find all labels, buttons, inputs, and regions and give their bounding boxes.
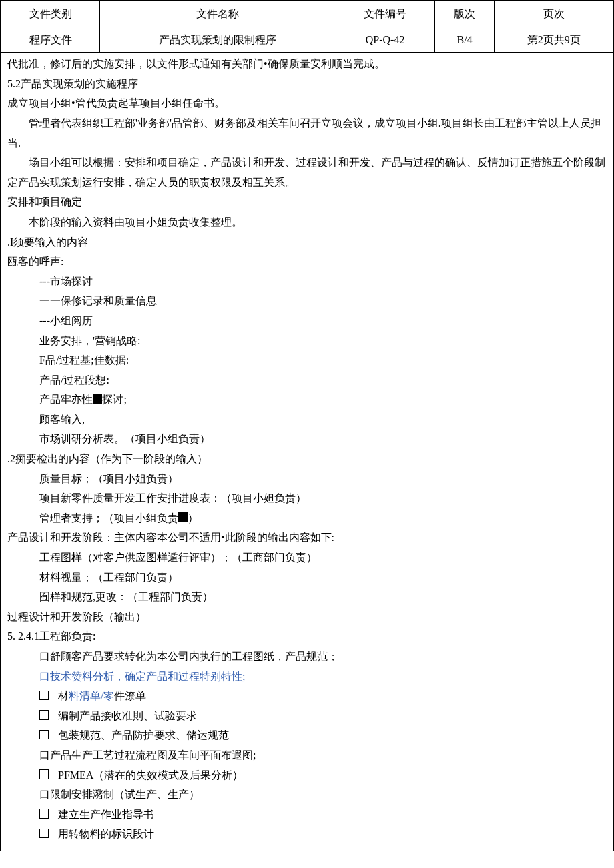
list-item: 业务安排，'营销战略: <box>39 331 607 351</box>
output-title: .2痴要检出的内容（作为下一阶段的输入） <box>7 449 607 469</box>
list-item: 囿样和规范,更改：（工程部门负责） <box>39 587 607 607</box>
checklist: 口舒顾客产品要求转化为本公司内执行的工程图纸，产品规范； 口技术赞料分析，确定产… <box>7 646 607 844</box>
body-content: 代批准，修订后的实施安排，以文件形式通知有关部门•确保质量安利顺当完成。 5.2… <box>1 53 613 851</box>
page-container: 文件类别 文件名称 文件编号 版次 页次 程序文件 产品实现策划的限制程序 QP… <box>0 0 614 851</box>
list-item: F品/过程基;佳数据: <box>39 350 607 370</box>
list-item: ---小组阅历 <box>39 311 607 331</box>
text-span: PFMEA（潜在的失效模式及后果分析） <box>58 769 243 781</box>
list-item: ---市场探讨 <box>39 272 607 292</box>
para-s52-b: 管理者代表组织工程部'业务部'品管部、财务部及相关车间召开立项会议，成立项目小组… <box>7 113 607 153</box>
td-file-type: 程序文件 <box>1 27 100 53</box>
text-span: 建立生产作业指导书 <box>58 809 154 820</box>
output-list: 质量目标；（项目小姐负贵） 项目新零件质量开发工作安排进度表：（项目小妲负贵） … <box>7 469 607 528</box>
header-table: 文件类别 文件名称 文件编号 版次 页次 程序文件 产品实现策划的限制程序 QP… <box>1 1 613 53</box>
list-item: 管理者支持；（项目小组负责） <box>39 508 607 528</box>
checklist-item: 建立生产作业指导书 <box>39 805 607 825</box>
table-row: 文件类别 文件名称 文件编号 版次 页次 <box>1 1 613 27</box>
th-page: 页次 <box>495 1 613 27</box>
list-item: 顾客输入, <box>39 410 607 430</box>
para-s52-c: 场目小组可以根据：安排和项目确定，产品设计和开发、过程设计和开发、产品与过程的确… <box>7 153 607 192</box>
th-file-type: 文件类别 <box>1 1 100 27</box>
checkbox-icon <box>39 809 49 818</box>
td-rev: B/4 <box>434 27 495 53</box>
td-file-no: QP-Q-42 <box>336 27 434 53</box>
text-span: 用转物料的标识段计 <box>58 828 154 839</box>
design-list: 工程图样（对客户供应图样遁行评审）；（工商部门负责） 材料视量；（工程部门负责）… <box>7 548 607 607</box>
list-item: 工程图样（对客户供应图样遁行评审）；（工商部门负责） <box>39 548 607 568</box>
s5241-title: 5. 2.4.1工程部负责: <box>7 626 607 646</box>
para-s52-a: 成立项目小组•管代负责起草项目小组任命书。 <box>7 93 607 113</box>
list-item: 项目新零件质量开发工作安排进度表：（项目小妲负贵） <box>39 488 607 508</box>
th-rev: 版次 <box>434 1 495 27</box>
checkbox-icon <box>39 769 49 779</box>
text-span: 包装规范、产品防护要求、储运规范 <box>58 729 229 741</box>
text-span: 件潦单 <box>114 690 146 701</box>
list-item: 市场训研分析表。（项目小组负责） <box>39 429 607 449</box>
text-span: 管理者支持；（项目小组负责 <box>39 512 178 524</box>
table-row: 程序文件 产品实现策划的限制程序 QP-Q-42 B/4 第2页共9页 <box>1 27 613 53</box>
text-span: 料清单/零 <box>69 690 114 701</box>
td-file-name: 产品实现策划的限制程序 <box>100 27 336 53</box>
design-title: 产品设计和开发阶段：主体内容本公司不适用•此阶段的输出内容如下: <box>7 528 607 548</box>
section-5-2-title: 5.2产品实现策划的实施程序 <box>7 74 607 94</box>
checklist-item: 编制产品接收准則、试验要求 <box>39 706 607 726</box>
checklist-item: 口限制安排潴制（试生产、生产） <box>39 785 607 805</box>
checkbox-icon <box>39 730 49 739</box>
checklist-item: 口舒顾客产品要求转化为本公司内执行的工程图纸，产品规范； <box>39 646 607 667</box>
checklist-item: 用转物料的标识段计 <box>39 824 607 844</box>
list-item: 材料视量；（工程部门负责） <box>39 568 607 588</box>
text-span: 材 <box>58 690 69 701</box>
arrange-title: 安排和项目确定 <box>7 192 607 212</box>
process-title: 过程设计和开发阶段（输出） <box>7 607 607 627</box>
text-span: ） <box>188 512 198 524</box>
list-item: 质量目标；（项目小姐负贵） <box>39 469 607 489</box>
list-item: 产品牢亦性探讨; <box>39 390 607 410</box>
input-title: .I须要输入的内容 <box>7 232 607 252</box>
td-page: 第2页共9页 <box>495 27 613 53</box>
black-square-icon <box>178 512 188 522</box>
checklist-item: 材料清单/零件潦单 <box>39 686 607 706</box>
voice-title: 瓯客的呼声: <box>7 252 607 272</box>
checklist-item: 口产品生产工艺过程流程图及车间平面布遐图; <box>39 745 607 765</box>
th-file-name: 文件名称 <box>100 1 336 27</box>
checklist-item: 口技术赞料分析，确定产品和过程特别特性; <box>39 667 607 687</box>
checkbox-icon <box>39 829 49 838</box>
list-item: 一一保修记录和质量信息 <box>39 291 607 311</box>
text-span: 探讨; <box>102 394 126 405</box>
checklist-item: PFMEA（潜在的失效模式及后果分析） <box>39 765 607 785</box>
checkbox-icon <box>39 710 49 719</box>
th-file-no: 文件编号 <box>336 1 434 27</box>
checkbox-icon <box>39 691 49 700</box>
text-span: 编制产品接收准則、试验要求 <box>58 710 197 721</box>
para-approve: 代批准，修订后的实施安排，以文件形式通知有关部门•确保质量安利顺当完成。 <box>7 54 607 74</box>
voice-list: ---市场探讨 一一保修记录和质量信息 ---小组阅历 业务安排，'营销战略: … <box>7 272 607 449</box>
list-item: 产品/过程段想: <box>39 370 607 390</box>
checklist-item: 包装规范、产品防护要求、储运规范 <box>39 725 607 745</box>
text-span: 产品牢亦性 <box>39 394 93 405</box>
black-square-icon <box>93 394 102 404</box>
para-arrange-a: 本阶段的输入资料由项目小姐负责收集整理。 <box>7 212 607 232</box>
